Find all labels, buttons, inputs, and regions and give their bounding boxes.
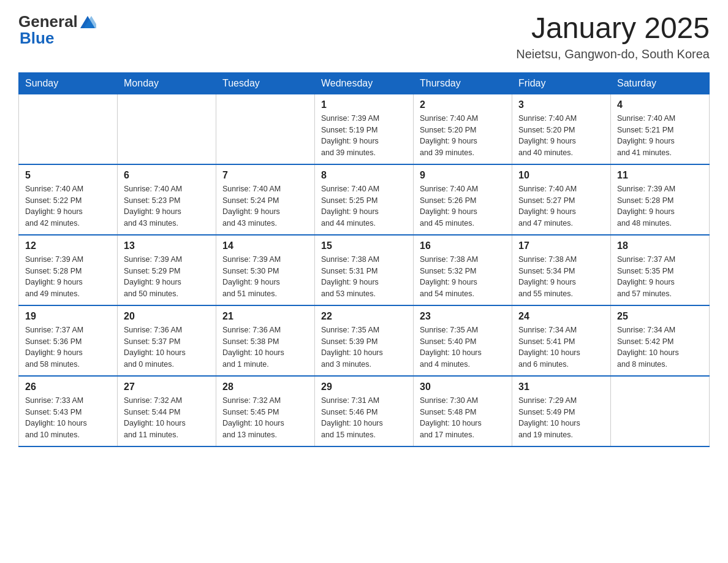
day-info: Sunrise: 7:39 AMSunset: 5:28 PMDaylight:…: [25, 254, 111, 300]
day-number: 3: [518, 99, 604, 110]
calendar-cell: 8Sunrise: 7:40 AMSunset: 5:25 PMDaylight…: [315, 164, 414, 235]
calendar-cell: 9Sunrise: 7:40 AMSunset: 5:26 PMDaylight…: [414, 164, 512, 235]
page-header: General Blue January 2025 Neietsu, Gangw…: [18, 12, 710, 61]
day-number: 10: [518, 170, 604, 181]
day-number: 28: [222, 381, 308, 393]
calendar-cell: 6Sunrise: 7:40 AMSunset: 5:23 PMDaylight…: [118, 164, 216, 235]
calendar-cell: 11Sunrise: 7:39 AMSunset: 5:28 PMDayligh…: [611, 164, 710, 235]
calendar-title: January 2025: [516, 12, 710, 45]
day-number: 26: [25, 381, 111, 393]
calendar-cell: 27Sunrise: 7:32 AMSunset: 5:44 PMDayligh…: [118, 376, 216, 446]
day-info: Sunrise: 7:32 AMSunset: 5:44 PMDaylight:…: [124, 395, 210, 441]
calendar-week-row-5: 26Sunrise: 7:33 AMSunset: 5:43 PMDayligh…: [19, 376, 710, 446]
calendar-cell: 28Sunrise: 7:32 AMSunset: 5:45 PMDayligh…: [216, 376, 315, 446]
day-number: 19: [25, 311, 111, 322]
day-number: 21: [222, 311, 308, 322]
day-info: Sunrise: 7:38 AMSunset: 5:31 PMDaylight:…: [321, 254, 407, 300]
day-number: 12: [25, 240, 111, 251]
day-number: 27: [124, 381, 210, 393]
day-info: Sunrise: 7:40 AMSunset: 5:21 PMDaylight:…: [617, 113, 703, 159]
day-info: Sunrise: 7:40 AMSunset: 5:23 PMDaylight:…: [124, 183, 210, 229]
day-number: 30: [420, 381, 506, 393]
day-number: 13: [124, 240, 210, 251]
day-info: Sunrise: 7:38 AMSunset: 5:32 PMDaylight:…: [420, 254, 506, 300]
calendar-subtitle: Neietsu, Gangwon-do, South Korea: [516, 47, 710, 61]
weekday-header-row: SundayMondayTuesdayWednesdayThursdayFrid…: [19, 72, 710, 94]
day-info: Sunrise: 7:39 AMSunset: 5:19 PMDaylight:…: [321, 113, 407, 159]
day-number: 22: [321, 311, 407, 322]
calendar-week-row-2: 5Sunrise: 7:40 AMSunset: 5:22 PMDaylight…: [19, 164, 710, 235]
day-info: Sunrise: 7:32 AMSunset: 5:45 PMDaylight:…: [222, 395, 308, 441]
calendar-cell: 20Sunrise: 7:36 AMSunset: 5:37 PMDayligh…: [118, 305, 216, 376]
day-number: 25: [617, 311, 703, 322]
weekday-header-friday: Friday: [512, 72, 611, 94]
calendar-cell: 17Sunrise: 7:38 AMSunset: 5:34 PMDayligh…: [512, 235, 611, 305]
day-number: 17: [518, 240, 604, 251]
day-number: 29: [321, 381, 407, 393]
day-info: Sunrise: 7:29 AMSunset: 5:49 PMDaylight:…: [518, 395, 604, 441]
day-number: 8: [321, 170, 407, 181]
day-info: Sunrise: 7:34 AMSunset: 5:41 PMDaylight:…: [518, 324, 604, 370]
day-info: Sunrise: 7:34 AMSunset: 5:42 PMDaylight:…: [617, 324, 703, 370]
day-info: Sunrise: 7:40 AMSunset: 5:27 PMDaylight:…: [518, 183, 604, 229]
day-number: 5: [25, 170, 111, 181]
day-info: Sunrise: 7:36 AMSunset: 5:38 PMDaylight:…: [222, 324, 308, 370]
day-info: Sunrise: 7:40 AMSunset: 5:20 PMDaylight:…: [420, 113, 506, 159]
weekday-header-tuesday: Tuesday: [216, 72, 315, 94]
day-number: 15: [321, 240, 407, 251]
logo: General Blue: [18, 12, 97, 48]
day-number: 9: [420, 170, 506, 181]
day-info: Sunrise: 7:40 AMSunset: 5:24 PMDaylight:…: [222, 183, 308, 229]
calendar-cell: 15Sunrise: 7:38 AMSunset: 5:31 PMDayligh…: [315, 235, 414, 305]
day-number: 2: [420, 99, 506, 110]
day-info: Sunrise: 7:39 AMSunset: 5:28 PMDaylight:…: [617, 183, 703, 229]
calendar-cell: [118, 94, 216, 164]
calendar-cell: [611, 376, 710, 446]
day-number: 20: [124, 311, 210, 322]
weekday-header-monday: Monday: [118, 72, 216, 94]
day-number: 6: [124, 170, 210, 181]
day-info: Sunrise: 7:35 AMSunset: 5:40 PMDaylight:…: [420, 324, 506, 370]
calendar-cell: [19, 94, 118, 164]
day-info: Sunrise: 7:37 AMSunset: 5:36 PMDaylight:…: [25, 324, 111, 370]
calendar-week-row-1: 1Sunrise: 7:39 AMSunset: 5:19 PMDaylight…: [19, 94, 710, 164]
day-number: 1: [321, 99, 407, 110]
title-block: January 2025 Neietsu, Gangwon-do, South …: [516, 12, 710, 61]
day-number: 23: [420, 311, 506, 322]
calendar-cell: [216, 94, 315, 164]
day-info: Sunrise: 7:30 AMSunset: 5:48 PMDaylight:…: [420, 395, 506, 441]
calendar-cell: 14Sunrise: 7:39 AMSunset: 5:30 PMDayligh…: [216, 235, 315, 305]
calendar-cell: 2Sunrise: 7:40 AMSunset: 5:20 PMDaylight…: [414, 94, 512, 164]
calendar-cell: 31Sunrise: 7:29 AMSunset: 5:49 PMDayligh…: [512, 376, 611, 446]
day-info: Sunrise: 7:31 AMSunset: 5:46 PMDaylight:…: [321, 395, 407, 441]
day-info: Sunrise: 7:40 AMSunset: 5:25 PMDaylight:…: [321, 183, 407, 229]
day-number: 11: [617, 170, 703, 181]
calendar-cell: 18Sunrise: 7:37 AMSunset: 5:35 PMDayligh…: [611, 235, 710, 305]
day-number: 24: [518, 311, 604, 322]
calendar-cell: 22Sunrise: 7:35 AMSunset: 5:39 PMDayligh…: [315, 305, 414, 376]
calendar-cell: 19Sunrise: 7:37 AMSunset: 5:36 PMDayligh…: [19, 305, 118, 376]
calendar-cell: 12Sunrise: 7:39 AMSunset: 5:28 PMDayligh…: [19, 235, 118, 305]
calendar-cell: 1Sunrise: 7:39 AMSunset: 5:19 PMDaylight…: [315, 94, 414, 164]
calendar-cell: 21Sunrise: 7:36 AMSunset: 5:38 PMDayligh…: [216, 305, 315, 376]
calendar-week-row-4: 19Sunrise: 7:37 AMSunset: 5:36 PMDayligh…: [19, 305, 710, 376]
day-info: Sunrise: 7:33 AMSunset: 5:43 PMDaylight:…: [25, 395, 111, 441]
day-info: Sunrise: 7:37 AMSunset: 5:35 PMDaylight:…: [617, 254, 703, 300]
day-info: Sunrise: 7:40 AMSunset: 5:20 PMDaylight:…: [518, 113, 604, 159]
calendar-cell: 16Sunrise: 7:38 AMSunset: 5:32 PMDayligh…: [414, 235, 512, 305]
calendar-cell: 30Sunrise: 7:30 AMSunset: 5:48 PMDayligh…: [414, 376, 512, 446]
weekday-header-saturday: Saturday: [611, 72, 710, 94]
day-info: Sunrise: 7:36 AMSunset: 5:37 PMDaylight:…: [124, 324, 210, 370]
calendar-cell: 24Sunrise: 7:34 AMSunset: 5:41 PMDayligh…: [512, 305, 611, 376]
calendar-cell: 3Sunrise: 7:40 AMSunset: 5:20 PMDaylight…: [512, 94, 611, 164]
day-info: Sunrise: 7:35 AMSunset: 5:39 PMDaylight:…: [321, 324, 407, 370]
day-number: 4: [617, 99, 703, 110]
weekday-header-wednesday: Wednesday: [315, 72, 414, 94]
day-info: Sunrise: 7:39 AMSunset: 5:29 PMDaylight:…: [124, 254, 210, 300]
calendar-cell: 10Sunrise: 7:40 AMSunset: 5:27 PMDayligh…: [512, 164, 611, 235]
day-info: Sunrise: 7:38 AMSunset: 5:34 PMDaylight:…: [518, 254, 604, 300]
day-number: 7: [222, 170, 308, 181]
calendar-cell: 4Sunrise: 7:40 AMSunset: 5:21 PMDaylight…: [611, 94, 710, 164]
day-info: Sunrise: 7:39 AMSunset: 5:30 PMDaylight:…: [222, 254, 308, 300]
calendar-cell: 25Sunrise: 7:34 AMSunset: 5:42 PMDayligh…: [611, 305, 710, 376]
